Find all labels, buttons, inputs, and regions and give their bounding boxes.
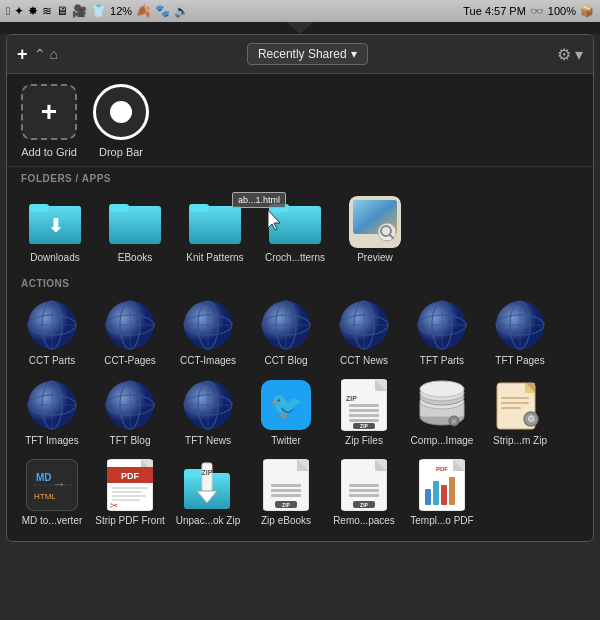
folder-crochet-patterns[interactable]: Croch...tterns: [257, 192, 333, 268]
action-template-pdf[interactable]: PDF Templ...o PDF: [405, 455, 479, 531]
svg-rect-123: [349, 484, 379, 487]
cct-parts-label: CCT Parts: [29, 355, 76, 367]
menu-bar-right: Tue 4:57 PM 👓 100% 📦: [463, 5, 594, 18]
folders-section-header: FOLDERS / APPS: [7, 167, 593, 188]
menu-icon8[interactable]: 🐾: [155, 4, 170, 18]
up-arrow-icon[interactable]: ⌃: [34, 46, 46, 62]
stripm-zip-icon: ⚙: [494, 379, 546, 431]
drop-bar-icon: [93, 84, 149, 140]
action-unpack-zip[interactable]: ZIP Unpac...ok Zip: [171, 455, 245, 531]
svg-rect-124: [349, 489, 379, 492]
strip-pdf-front-icon: PDF ✂: [104, 459, 156, 511]
actions-row2: TFT Images TFT Blog TFT News 🐦 Twitter: [7, 373, 593, 453]
action-zip-files[interactable]: ZIP ZIP Zip Files: [327, 375, 401, 451]
folder-ebooks[interactable]: EBooks: [97, 192, 173, 268]
unpack-zip-label: Unpac...ok Zip: [176, 515, 240, 527]
cct-blog-icon: [260, 299, 312, 351]
crochet-patterns-folder-icon: [269, 196, 321, 248]
toolbar-right: ⚙ ▾: [557, 45, 583, 64]
drop-bar-inner: [110, 101, 132, 123]
preview-app-icon: [349, 196, 401, 248]
menu-icon3[interactable]: ≋: [42, 4, 52, 18]
svg-rect-115: [271, 484, 301, 487]
folder-downloads[interactable]: ⬇ Downloads: [17, 192, 93, 268]
action-cct-parts[interactable]: CCT Parts: [15, 295, 89, 371]
svg-rect-133: [441, 485, 447, 505]
svg-text:PDF: PDF: [121, 471, 140, 481]
volume-icon[interactable]: 🔊: [174, 4, 189, 18]
add-button[interactable]: +: [17, 45, 28, 63]
dropdown-arrow-icon: ▾: [351, 47, 357, 61]
home-icon[interactable]: ⌂: [50, 46, 58, 62]
action-tft-images[interactable]: TFT Images: [15, 375, 89, 451]
action-cct-news[interactable]: CCT News: [327, 295, 401, 371]
gear-button[interactable]: ⚙ ▾: [557, 45, 583, 64]
downloads-label: Downloads: [30, 252, 79, 264]
svg-rect-88: [501, 402, 529, 404]
action-tft-parts[interactable]: TFT Parts: [405, 295, 479, 371]
template-pdf-icon: PDF: [416, 459, 468, 511]
svg-text:ZIP: ZIP: [346, 395, 357, 402]
tft-images-icon: [26, 379, 78, 431]
menu-icon4[interactable]: 🖥: [56, 4, 68, 18]
drop-bar-label: Drop Bar: [99, 146, 143, 158]
add-to-grid-item[interactable]: + Add to Grid: [21, 84, 77, 158]
cct-images-label: CCT-Images: [180, 355, 236, 367]
actions-row1: CCT Parts CCT-Pages CCT-Images CCT Blog …: [7, 293, 593, 373]
twitter-bird: 🐦: [261, 380, 311, 430]
action-tft-blog[interactable]: TFT Blog: [93, 375, 167, 451]
drop-bar-item[interactable]: Drop Bar: [93, 84, 149, 158]
svg-rect-5: [109, 204, 129, 212]
cct-news-label: CCT News: [340, 355, 388, 367]
action-tft-news[interactable]: TFT News: [171, 375, 245, 451]
svg-rect-102: [112, 487, 148, 489]
action-md-converter[interactable]: MD → HTML MD to...verter: [15, 455, 89, 531]
menu-icon[interactable]: ✦: [14, 4, 24, 18]
menu-icon6[interactable]: 👕: [91, 4, 106, 18]
action-remove-spaces[interactable]: ZIP Remo...paces: [327, 455, 401, 531]
action-cct-images[interactable]: CCT-Images: [171, 295, 245, 371]
actions-section-header: ACTIONS: [7, 272, 593, 293]
apple-icon[interactable]: : [6, 5, 10, 17]
action-comp-image[interactable]: ✕ Comp...Image: [405, 375, 479, 451]
action-twitter[interactable]: 🐦 Twitter: [249, 375, 323, 451]
cct-news-icon: [338, 299, 390, 351]
menu-icon2[interactable]: ✸: [28, 4, 38, 18]
add-to-grid-icon: +: [21, 84, 77, 140]
dropbox-icon[interactable]: 📦: [580, 5, 594, 18]
template-pdf-label: Templ...o PDF: [410, 515, 473, 527]
tft-pages-label: TFT Pages: [495, 355, 544, 367]
svg-text:PDF: PDF: [436, 466, 448, 472]
ebooks-label: EBooks: [118, 252, 152, 264]
action-cct-blog[interactable]: CCT Blog: [249, 295, 323, 371]
menu-icon5[interactable]: 🎥: [72, 4, 87, 18]
zip-files-icon: ZIP ZIP: [338, 379, 390, 431]
svg-rect-116: [271, 489, 301, 492]
recently-shared-dropdown[interactable]: Recently Shared ▾: [247, 43, 368, 65]
action-cct-pages[interactable]: CCT-Pages: [93, 295, 167, 371]
svg-rect-104: [112, 495, 146, 497]
folders-grid: ⬇ Downloads EBooks: [7, 188, 593, 272]
action-zip-ebooks[interactable]: ZIP Zip eBooks: [249, 455, 323, 531]
app-preview[interactable]: Preview: [337, 192, 413, 268]
action-tft-pages[interactable]: TFT Pages: [483, 295, 557, 371]
svg-rect-132: [433, 481, 439, 505]
cct-images-icon: [182, 299, 234, 351]
svg-text:ZIP: ZIP: [360, 502, 368, 508]
tft-images-label: TFT Images: [25, 435, 79, 447]
svg-rect-87: [501, 397, 529, 399]
tft-news-label: TFT News: [185, 435, 231, 447]
action-strip-pdf-front[interactable]: PDF ✂ Strip PDF Front: [93, 455, 167, 531]
action-stripm-zip[interactable]: ⚙ Strip...m Zip: [483, 375, 557, 451]
svg-rect-89: [501, 407, 521, 409]
menu-icon7[interactable]: 🍂: [136, 4, 151, 18]
knit-patterns-label: Knit Patterns: [186, 252, 243, 264]
svg-text:MD: MD: [36, 472, 52, 483]
add-section: + Add to Grid Drop Bar: [7, 74, 593, 167]
tft-pages-icon: [494, 299, 546, 351]
remove-spaces-label: Remo...paces: [333, 515, 395, 527]
svg-text:⚙: ⚙: [527, 414, 535, 424]
menu-bar-left:  ✦ ✸ ≋ 🖥 🎥 👕 12% 🍂 🐾 🔊: [6, 4, 189, 18]
folder-knit-patterns[interactable]: Knit Patterns: [177, 192, 253, 268]
tft-parts-icon: [416, 299, 468, 351]
